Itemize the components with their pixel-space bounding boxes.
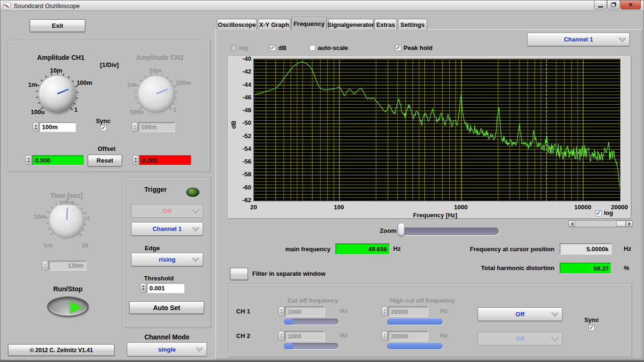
ch1-cutoff-spinner[interactable] bbox=[278, 306, 284, 316]
tab-xy-graph[interactable]: X-Y Graph bbox=[258, 19, 290, 30]
copyright-button[interactable]: © 2012 C. Zeitnitz V1.41 bbox=[8, 344, 115, 356]
ch1-cutoff-field[interactable]: 1000 bbox=[285, 306, 325, 317]
slider-fill bbox=[284, 319, 294, 325]
restore-button[interactable] bbox=[607, 0, 620, 9]
channel-mode-dropdown[interactable]: single bbox=[127, 342, 207, 356]
knob-tick-label: 1 bbox=[170, 106, 180, 113]
run-stop-button[interactable] bbox=[47, 296, 89, 317]
edge-value: rising bbox=[159, 256, 175, 263]
auto-set-button[interactable]: Auto Set bbox=[129, 301, 204, 314]
channel-select-dropdown[interactable]: Channel 1 bbox=[527, 33, 630, 46]
ch2-high-cutoff-field[interactable]: 20000 bbox=[388, 331, 428, 341]
time-value-spinner[interactable] bbox=[42, 261, 48, 271]
edge-dropdown[interactable]: rising bbox=[131, 253, 203, 266]
y-axis-tick-label: -44 bbox=[233, 81, 251, 88]
knob-tick-label: 10m bbox=[146, 67, 165, 74]
knob-tick bbox=[36, 91, 38, 92]
titlebar[interactable]: Soundcard Oszilloscope ✕ bbox=[0, 0, 644, 11]
trigger-source-dropdown[interactable]: Channel 1 bbox=[131, 222, 203, 236]
y-axis-tick-label: -42 bbox=[233, 68, 251, 75]
high-cutoff-frequency-label: High cut off frequency bbox=[382, 297, 462, 304]
filter-sync-label: Sync bbox=[581, 316, 602, 323]
restore-icon bbox=[611, 3, 615, 7]
filter-window-label: Filter in separate window bbox=[252, 270, 325, 277]
ch1-high-cutoff-field[interactable]: 20000 bbox=[388, 306, 428, 317]
knob-tick bbox=[50, 232, 53, 235]
offset-ch1-field[interactable]: 0.000 bbox=[32, 155, 84, 165]
exit-button[interactable]: Exit bbox=[30, 19, 85, 32]
cursor-frequency-value: 5.0000k bbox=[560, 243, 611, 255]
peak-hold-checkbox[interactable] bbox=[395, 45, 401, 51]
tab-extras[interactable]: Extras bbox=[374, 19, 397, 30]
threshold-field[interactable]: 0.001 bbox=[147, 283, 184, 293]
db-checkbox[interactable] bbox=[270, 45, 276, 51]
y-axis-tick-label: -60 bbox=[233, 184, 251, 191]
tab-frequency[interactable]: Frequency bbox=[291, 17, 327, 30]
channel-select-value: Channel 1 bbox=[564, 36, 593, 43]
zoom-slider-track[interactable] bbox=[399, 228, 499, 235]
ch2-cutoff-unit: Hz bbox=[340, 332, 347, 339]
amplitude-ch2-label: Amplitude CH2 bbox=[127, 54, 193, 61]
main-frequency-value: 49.656 bbox=[335, 243, 390, 255]
threshold-label: Threshold bbox=[139, 275, 179, 282]
filter-sync-checkbox[interactable] bbox=[588, 325, 594, 331]
log-checkbox[interactable] bbox=[231, 45, 237, 51]
scrollbar-thumb[interactable] bbox=[616, 221, 626, 227]
tab-signalgenerator[interactable]: Signalgenerator bbox=[328, 19, 373, 30]
scrollbar-left-arrow[interactable] bbox=[569, 221, 575, 227]
ch1-high-cutoff-spinner[interactable] bbox=[381, 306, 388, 316]
amplitude-ch1-knob[interactable] bbox=[39, 76, 75, 112]
x-axis-tick-label: 100 bbox=[322, 204, 355, 211]
knob-tick bbox=[51, 206, 53, 208]
time-value-field[interactable]: 120m bbox=[49, 261, 86, 271]
ch1-high-cutoff-unit: Hz bbox=[440, 307, 448, 314]
tab-oscilloscope[interactable]: Oscilloscope bbox=[217, 19, 257, 30]
chevron-down-icon bbox=[551, 337, 559, 341]
offset-ch1-spinner[interactable] bbox=[25, 155, 32, 165]
amplitude-sync-label: Sync bbox=[93, 117, 114, 124]
amplitude-ch1-value-spinner[interactable] bbox=[33, 122, 39, 132]
offset-reset-button[interactable]: Reset bbox=[88, 155, 122, 166]
amplitude-sync-checkbox[interactable] bbox=[100, 125, 107, 131]
offset-ch2-field[interactable]: 0.000 bbox=[139, 155, 191, 165]
ch1-filter-mode-dropdown[interactable]: Off bbox=[478, 307, 562, 321]
filter-window-button[interactable] bbox=[230, 268, 248, 280]
frequency-plot[interactable] bbox=[254, 59, 620, 201]
autoscale-checkbox[interactable] bbox=[309, 45, 315, 51]
cutoff-frequency-label: Cut off frequency bbox=[276, 297, 349, 304]
offset-label: Offset bbox=[93, 145, 120, 152]
ch2-cutoff-field[interactable]: 1000 bbox=[285, 331, 325, 341]
ch2-high-cutoff-slider[interactable] bbox=[387, 343, 443, 349]
chevron-down-icon bbox=[196, 347, 203, 352]
ch2-cutoff-spinner[interactable] bbox=[278, 331, 284, 341]
ch2-high-cutoff-spinner[interactable] bbox=[381, 331, 388, 341]
tab-settings[interactable]: Settings bbox=[398, 19, 427, 30]
amplitude-ch2-value-spinner[interactable] bbox=[132, 122, 138, 132]
amplitude-ch2-value-field[interactable]: 100m bbox=[138, 122, 175, 132]
minimize-icon bbox=[598, 6, 603, 8]
cursor-frequency-label: Frequency at cursor position bbox=[411, 246, 554, 253]
knob-tick-label: 10 bbox=[77, 242, 93, 249]
ch1-cutoff-slider[interactable] bbox=[284, 319, 339, 325]
scrollbar-right-arrow[interactable] bbox=[626, 221, 633, 227]
time-knob[interactable] bbox=[50, 203, 83, 237]
close-button[interactable]: ✕ bbox=[620, 0, 641, 9]
chevron-down-icon bbox=[192, 227, 199, 231]
amplitude-ch1-value-field[interactable]: 100m bbox=[39, 122, 76, 132]
edge-label: Edge bbox=[141, 245, 163, 252]
offset-ch2-spinner[interactable] bbox=[132, 155, 139, 165]
zoom-slider-handle[interactable] bbox=[398, 223, 405, 236]
slider-fill bbox=[387, 319, 443, 325]
amplitude-ch2-knob[interactable] bbox=[138, 76, 174, 112]
log-checkbox-label: log bbox=[239, 44, 248, 51]
axis-log-checkbox[interactable] bbox=[595, 210, 602, 216]
cursor-frequency-unit: Hz bbox=[624, 245, 631, 252]
threshold-spinner[interactable] bbox=[140, 283, 146, 293]
ch1-high-cutoff-slider[interactable] bbox=[387, 319, 443, 325]
knob-tick-label: 1m bbox=[24, 81, 41, 88]
graph-h-scrollbar[interactable] bbox=[569, 220, 633, 227]
trigger-mode-dropdown[interactable]: Off bbox=[131, 204, 203, 218]
ch2-cutoff-slider[interactable] bbox=[284, 343, 339, 349]
ch2-filter-mode-dropdown[interactable]: Off bbox=[478, 332, 562, 346]
minimize-button[interactable] bbox=[594, 0, 607, 9]
